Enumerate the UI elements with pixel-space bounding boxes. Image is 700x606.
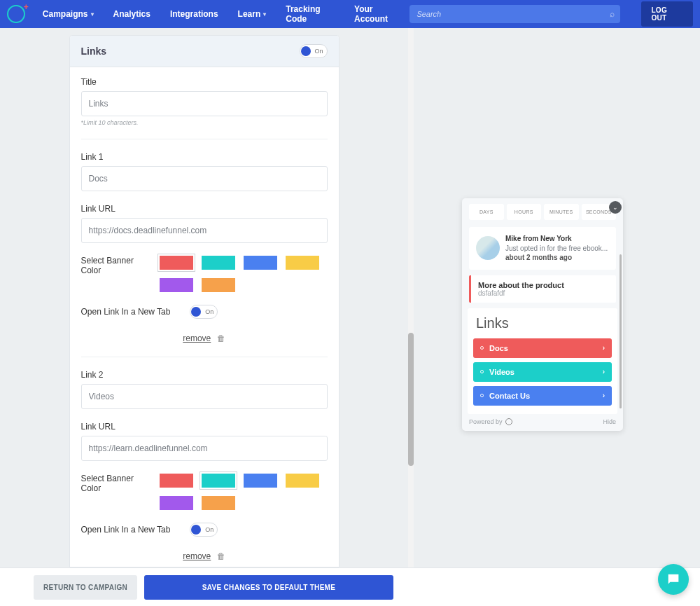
proof-name: Mike from New York bbox=[505, 234, 608, 244]
link1-name-input[interactable] bbox=[81, 166, 328, 191]
proof-time: about 2 months ago bbox=[505, 253, 608, 263]
search-input[interactable] bbox=[410, 5, 620, 23]
nav-tracking[interactable]: Tracking Code bbox=[276, 0, 344, 28]
brand-logo: + bbox=[7, 5, 24, 23]
nav-analytics[interactable]: Analytics bbox=[104, 0, 160, 28]
chevron-right-icon: › bbox=[603, 368, 605, 376]
editor-scrollbar-thumb[interactable] bbox=[408, 333, 414, 466]
trash-icon[interactable]: 🗑 bbox=[217, 551, 225, 561]
trash-icon[interactable]: 🗑 bbox=[217, 333, 225, 343]
timer-minutes: MINUTES bbox=[544, 204, 579, 220]
workspace: Links On Title *Limit 10 characters. Lin… bbox=[0, 28, 700, 567]
nav-learn[interactable]: Learn▾ bbox=[228, 0, 276, 28]
link2-label: Link 2 bbox=[81, 370, 328, 380]
swatch-purple[interactable] bbox=[160, 496, 193, 510]
link2-swatches bbox=[160, 474, 328, 510]
chevron-right-icon: › bbox=[603, 344, 605, 352]
nav-items: Campaigns▾ Analytics Integrations Learn▾… bbox=[33, 0, 410, 28]
link2-color-label: Select Banner Color bbox=[81, 474, 140, 493]
swatch-blue[interactable] bbox=[244, 474, 277, 488]
links-card: Links On Title *Limit 10 characters. Lin… bbox=[69, 35, 340, 567]
chevron-right-icon: › bbox=[603, 392, 605, 399]
swatch-teal[interactable] bbox=[202, 256, 235, 270]
swatch-orange[interactable] bbox=[202, 278, 235, 292]
powered-by: Powered by bbox=[469, 418, 512, 425]
brand-icon bbox=[505, 418, 512, 425]
chat-launcher[interactable] bbox=[658, 564, 689, 595]
swatch-blue[interactable] bbox=[244, 256, 277, 270]
swatch-red[interactable] bbox=[160, 474, 193, 488]
link2-remove[interactable]: remove bbox=[183, 551, 211, 561]
title-helper: *Limit 10 characters. bbox=[81, 119, 328, 126]
link1-remove[interactable]: remove bbox=[183, 333, 211, 343]
link1-color-label: Select Banner Color bbox=[81, 256, 140, 275]
timer-hours: HOURS bbox=[507, 204, 542, 220]
chevron-down-icon: ▾ bbox=[263, 11, 266, 18]
swatch-red[interactable] bbox=[160, 256, 193, 270]
link1-newtab-label: Open Link In a New Tab bbox=[81, 307, 171, 317]
search-icon: ⌕ bbox=[610, 9, 615, 19]
save-button[interactable]: SAVE CHANGES TO DEFAULT THEME bbox=[144, 575, 393, 600]
title-label: Title bbox=[81, 77, 328, 87]
nav-account[interactable]: Your Account bbox=[344, 0, 410, 28]
top-nav: + Campaigns▾ Analytics Integrations Lear… bbox=[0, 0, 700, 28]
link1-swatches bbox=[160, 256, 328, 292]
link2-url-label: Link URL bbox=[81, 422, 328, 432]
link1-url-input[interactable] bbox=[81, 218, 328, 243]
link2-newtab-label: Open Link In a New Tab bbox=[81, 525, 171, 535]
chevron-down-icon: ▾ bbox=[91, 11, 94, 18]
preview-timer: DAYS HOURS MINUTES SECONDS ⌄ bbox=[462, 204, 623, 220]
logout-button[interactable]: LOG OUT bbox=[641, 1, 693, 27]
preview-links-title: Links bbox=[476, 315, 612, 331]
link1-url-label: Link URL bbox=[81, 204, 328, 214]
swatch-teal[interactable] bbox=[202, 474, 235, 488]
footer-bar: RETURN TO CAMPAIGN SAVE CHANGES TO DEFAU… bbox=[0, 567, 700, 606]
preview-pane: DAYS HOURS MINUTES SECONDS ⌄ Mike from N… bbox=[408, 28, 700, 567]
preview-link-contact[interactable]: Contact Us› bbox=[473, 386, 612, 406]
collapse-button[interactable]: ⌄ bbox=[609, 201, 622, 214]
swatch-yellow[interactable] bbox=[286, 474, 319, 488]
card-title: Links bbox=[81, 46, 107, 57]
preview-link-videos[interactable]: Videos› bbox=[473, 362, 612, 382]
editor-pane: Links On Title *Limit 10 characters. Lin… bbox=[0, 28, 408, 567]
preview-note: More about the product dsfafafdf bbox=[469, 275, 616, 303]
preview-links-section: Links Docs› Videos› Contact Us› bbox=[468, 308, 617, 414]
link1-newtab-toggle[interactable]: On bbox=[190, 305, 218, 319]
search-wrap: ⌕ bbox=[410, 5, 620, 23]
editor-scrollbar-track bbox=[408, 28, 414, 567]
link1-label: Link 1 bbox=[81, 152, 328, 162]
hide-link[interactable]: Hide bbox=[603, 418, 616, 425]
proof-line: Just opted in for the free ebook... bbox=[505, 244, 608, 254]
link2-url-input[interactable] bbox=[81, 436, 328, 461]
timer-days: DAYS bbox=[469, 204, 504, 220]
return-button[interactable]: RETURN TO CAMPAIGN bbox=[34, 575, 137, 600]
chevron-down-icon: ⌄ bbox=[612, 204, 618, 211]
link2-newtab-toggle[interactable]: On bbox=[190, 523, 218, 537]
title-input[interactable] bbox=[81, 91, 328, 116]
swatch-purple[interactable] bbox=[160, 278, 193, 292]
preview-link-docs[interactable]: Docs› bbox=[473, 338, 612, 358]
nav-integrations[interactable]: Integrations bbox=[160, 0, 228, 28]
preview-widget: DAYS HOURS MINUTES SECONDS ⌄ Mike from N… bbox=[462, 198, 623, 431]
preview-social-proof: Mike from New York Just opted in for the… bbox=[469, 227, 616, 270]
swatch-yellow[interactable] bbox=[286, 256, 319, 270]
note-body: dsfafafdf bbox=[478, 289, 609, 297]
swatch-orange[interactable] bbox=[202, 496, 235, 510]
links-enabled-toggle[interactable]: On bbox=[300, 44, 328, 58]
note-title: More about the product bbox=[478, 281, 609, 289]
avatar-icon bbox=[476, 236, 500, 260]
nav-campaigns[interactable]: Campaigns▾ bbox=[33, 0, 104, 28]
preview-scrollbar[interactable] bbox=[620, 254, 622, 408]
chat-icon bbox=[666, 572, 681, 587]
link2-name-input[interactable] bbox=[81, 384, 328, 409]
card-header: Links On bbox=[70, 36, 339, 67]
